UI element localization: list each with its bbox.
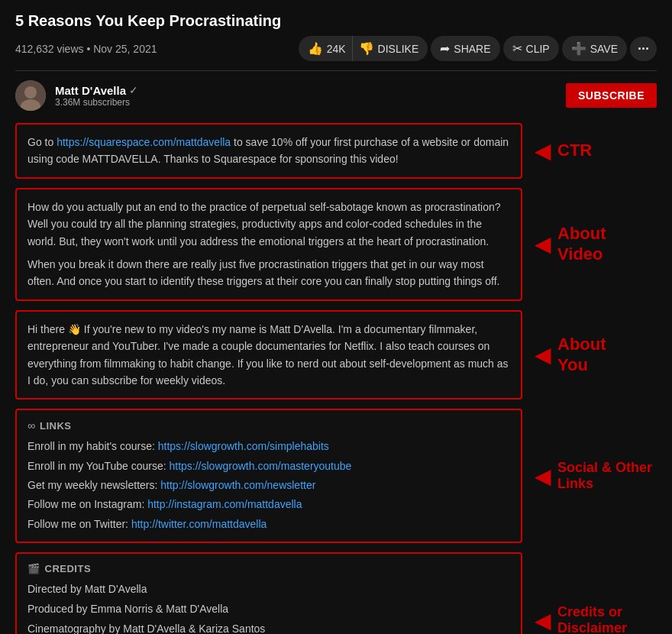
about-you-section: Hi there 👋 If you're new to my video's m…: [15, 310, 522, 400]
link-row-3: Follow me on Instagram: http://instagram…: [27, 496, 510, 513]
channel-row: Matt D'Avella ✓ 3.36M subscribers SUBSCR…: [15, 80, 657, 111]
links-label: LINKS: [40, 420, 72, 432]
avatar[interactable]: [15, 80, 46, 111]
link-4[interactable]: http://twitter.com/mattdavella: [131, 518, 267, 530]
about-you-annotation: ◀ AboutYou: [535, 335, 657, 375]
more-icon: ···: [638, 41, 649, 57]
links-header: ∞ LINKS: [27, 419, 510, 432]
ctr-text: Go to https://squarespace.com/mattdavell…: [27, 134, 510, 168]
like-button[interactable]: 👍 24K: [299, 36, 352, 61]
like-dislike-group: 👍 24K 👎 DISLIKE: [299, 36, 428, 61]
link-row-4: Follow me on Twitter: http://twitter.com…: [27, 516, 510, 532]
clip-button[interactable]: ✂ CLIP: [503, 36, 559, 61]
channel-text: Matt D'Avella ✓ 3.36M subscribers: [55, 84, 138, 108]
like-icon: 👍: [308, 41, 323, 56]
about-you-section-row: Hi there 👋 If you're new to my video's m…: [15, 310, 657, 400]
link-1[interactable]: https://slowgrowth.com/masteryoutube: [169, 460, 351, 472]
credits-annotation: ◀ Credits orDisclaimer: [535, 604, 657, 634]
about-you-p1: Hi there 👋 If you're new to my video's m…: [27, 321, 510, 390]
ctr-section: Go to https://squarespace.com/mattdavell…: [15, 123, 522, 179]
link-2[interactable]: http://slowgrowth.com/newsletter: [160, 479, 315, 491]
share-label: SHARE: [454, 43, 490, 55]
clip-icon: ✂: [512, 41, 522, 56]
avatar-image: [15, 80, 46, 111]
links-section-row: ∞ LINKS Enroll in my habit's course: htt…: [15, 409, 657, 543]
ctr-label: CTR: [557, 141, 592, 160]
ctr-section-row: Go to https://squarespace.com/mattdavell…: [15, 123, 657, 179]
channel-info: Matt D'Avella ✓ 3.36M subscribers: [15, 80, 138, 111]
link-3[interactable]: http://instagram.com/mattdavella: [147, 498, 302, 510]
social-label: Social & OtherLinks: [557, 460, 652, 493]
credits-icon: 🎬: [27, 563, 40, 574]
share-button[interactable]: ➦ SHARE: [431, 36, 499, 61]
ctr-text-before: Go to: [27, 136, 57, 148]
dislike-label: DISLIKE: [378, 43, 419, 55]
description-area: Go to https://squarespace.com/mattdavell…: [15, 123, 657, 634]
link-label-3: Follow me on Instagram:: [27, 498, 147, 510]
save-button[interactable]: ➕ SAVE: [562, 36, 627, 61]
dislike-icon: 👎: [359, 41, 374, 56]
view-info: 412,632 views • Nov 25, 2021: [15, 43, 157, 55]
channel-name[interactable]: Matt D'Avella: [55, 84, 126, 97]
save-label: SAVE: [590, 43, 618, 55]
credit-row-1: Produced by Emma Norris & Matt D'Avella: [27, 600, 510, 619]
page-container: 5 Reasons You Keep Procrastinating 412,6…: [0, 0, 672, 634]
svg-point-1: [24, 86, 37, 99]
link-label-1: Enroll in my YouTube course:: [27, 460, 169, 472]
credits-header: 🎬 CREDITS: [27, 563, 510, 574]
link-label-2: Get my weekly newsletters:: [27, 479, 160, 491]
about-video-label: AboutVideo: [557, 224, 606, 264]
video-meta-bar: 412,632 views • Nov 25, 2021 👍 24K 👎 DIS…: [15, 36, 657, 71]
dislike-button[interactable]: 👎 DISLIKE: [352, 36, 428, 61]
avatar-svg: [15, 80, 46, 111]
about-video-p2: When you break it down there are really …: [27, 256, 510, 290]
credits-list: Directed by Matt D'Avella Produced by Em…: [27, 581, 510, 634]
link-row-2: Get my weekly newsletters: http://slowgr…: [27, 477, 510, 493]
about-video-section: How do you actually put an end to the pr…: [15, 188, 522, 301]
meta-separator: •: [86, 43, 90, 55]
link-label-4: Follow me on Twitter:: [27, 518, 131, 530]
about-video-section-row: How do you actually put an end to the pr…: [15, 188, 657, 301]
credits-arrow-icon: ◀: [535, 608, 551, 633]
social-annotation: ◀ Social & OtherLinks: [535, 460, 657, 493]
links-section: ∞ LINKS Enroll in my habit's course: htt…: [15, 409, 522, 543]
action-buttons: 👍 24K 👎 DISLIKE ➦ SHARE ✂ CLIP ➕: [299, 36, 657, 61]
about-video-p1: How do you actually put an end to the pr…: [27, 199, 510, 250]
about-video-arrow-icon: ◀: [535, 231, 551, 257]
credits-label-text: Credits orDisclaimer: [557, 604, 627, 634]
credits-section-row: 🎬 CREDITS Directed by Matt D'Avella Prod…: [15, 552, 657, 634]
more-button[interactable]: ···: [630, 37, 657, 61]
link-label-0: Enroll in my habit's course:: [27, 440, 158, 452]
verified-icon: ✓: [129, 84, 138, 96]
link-row-0: Enroll in my habit's course: https://slo…: [27, 438, 510, 454]
credits-label: CREDITS: [45, 563, 92, 574]
about-you-label: AboutYou: [557, 335, 606, 375]
about-you-arrow-icon: ◀: [535, 342, 551, 367]
squarespace-link[interactable]: https://squarespace.com/mattdavella: [57, 136, 231, 148]
credit-row-2: Cinematography by Matt D'Avella & Kariza…: [27, 620, 510, 634]
links-icon: ∞: [27, 419, 35, 432]
links-list: Enroll in my habit's course: https://slo…: [27, 438, 510, 532]
clip-label: CLIP: [526, 43, 550, 55]
about-video-annotation: ◀ AboutVideo: [535, 224, 657, 264]
subscribe-button[interactable]: SUBSCRIBE: [566, 83, 657, 108]
view-count: 412,632 views: [15, 43, 84, 55]
video-title: 5 Reasons You Keep Procrastinating: [15, 12, 657, 30]
save-icon: ➕: [571, 41, 586, 56]
link-row-1: Enroll in my YouTube course: https://slo…: [27, 458, 510, 474]
credits-section: 🎬 CREDITS Directed by Matt D'Avella Prod…: [15, 552, 522, 634]
social-arrow-icon: ◀: [535, 464, 551, 489]
subscriber-count: 3.36M subscribers: [55, 97, 138, 108]
channel-name-row: Matt D'Avella ✓: [55, 84, 138, 97]
like-count: 24K: [327, 43, 346, 55]
share-icon: ➦: [440, 41, 450, 56]
ctr-arrow-icon: ◀: [535, 138, 551, 163]
credit-row-0: Directed by Matt D'Avella: [27, 581, 510, 599]
publish-date: Nov 25, 2021: [93, 43, 157, 55]
ctr-annotation: ◀ CTR: [535, 138, 657, 163]
link-0[interactable]: https://slowgrowth.com/simplehabits: [158, 440, 329, 452]
